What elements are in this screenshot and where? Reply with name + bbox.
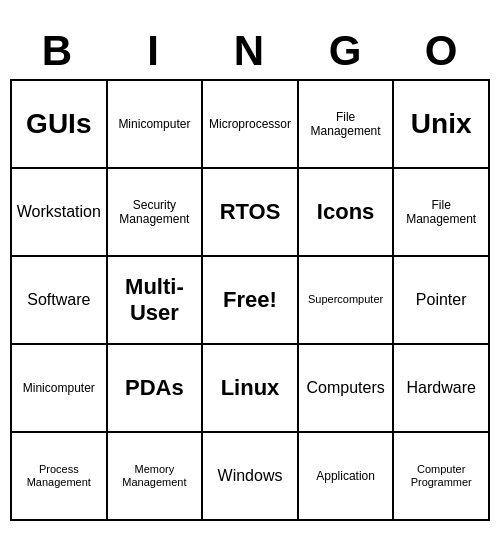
cell-r0-c4: Unix	[394, 81, 490, 169]
cell-label: Process Management	[16, 463, 102, 489]
cell-r0-c2: Microprocessor	[203, 81, 299, 169]
cell-label: Minicomputer	[118, 117, 190, 131]
cell-r0-c3: File Management	[299, 81, 395, 169]
cell-label: Hardware	[407, 378, 476, 397]
cell-r2-c0: Software	[12, 257, 108, 345]
header-letter: I	[106, 23, 202, 79]
cell-label: File Management	[398, 198, 484, 227]
cell-r4-c1: Memory Management	[108, 433, 204, 521]
cell-label: Microprocessor	[209, 117, 291, 131]
cell-r3-c3: Computers	[299, 345, 395, 433]
cell-label: Computer Programmer	[398, 463, 484, 489]
cell-r4-c2: Windows	[203, 433, 299, 521]
cell-label: PDAs	[125, 375, 184, 401]
cell-r3-c2: Linux	[203, 345, 299, 433]
cell-label: Windows	[218, 466, 283, 485]
cell-r1-c1: Security Management	[108, 169, 204, 257]
cell-r1-c4: File Management	[394, 169, 490, 257]
cell-r2-c3: Supercomputer	[299, 257, 395, 345]
cell-label: Multi-User	[125, 274, 184, 327]
cell-label: Memory Management	[112, 463, 198, 489]
cell-r3-c0: Minicomputer	[12, 345, 108, 433]
cell-label: Free!	[223, 287, 277, 313]
cell-r4-c4: Computer Programmer	[394, 433, 490, 521]
header-letter: G	[298, 23, 394, 79]
cell-r1-c0: Workstation	[12, 169, 108, 257]
cell-r4-c0: Process Management	[12, 433, 108, 521]
cell-label: Computers	[306, 378, 384, 397]
cell-r1-c3: Icons	[299, 169, 395, 257]
bingo-card: BINGO GUIsMinicomputerMicroprocessorFile…	[10, 23, 490, 521]
cell-label: Pointer	[416, 290, 467, 309]
cell-r3-c1: PDAs	[108, 345, 204, 433]
cell-label: File Management	[303, 110, 389, 139]
cell-r0-c1: Minicomputer	[108, 81, 204, 169]
bingo-grid: GUIsMinicomputerMicroprocessorFile Manag…	[10, 79, 490, 521]
cell-label: GUIs	[26, 107, 91, 141]
cell-label: Icons	[317, 199, 374, 225]
cell-label: Minicomputer	[23, 381, 95, 395]
cell-r2-c4: Pointer	[394, 257, 490, 345]
cell-r0-c0: GUIs	[12, 81, 108, 169]
cell-label: Unix	[411, 107, 472, 141]
cell-label: Software	[27, 290, 90, 309]
header-letter: B	[10, 23, 106, 79]
bingo-header: BINGO	[10, 23, 490, 79]
cell-label: Linux	[221, 375, 280, 401]
cell-label: Supercomputer	[308, 293, 383, 306]
cell-label: Security Management	[112, 198, 198, 227]
cell-r4-c3: Application	[299, 433, 395, 521]
cell-label: RTOS	[220, 199, 281, 225]
cell-r1-c2: RTOS	[203, 169, 299, 257]
cell-r2-c2: Free!	[203, 257, 299, 345]
cell-r3-c4: Hardware	[394, 345, 490, 433]
cell-label: Application	[316, 469, 375, 483]
cell-r2-c1: Multi-User	[108, 257, 204, 345]
header-letter: N	[202, 23, 298, 79]
cell-label: Workstation	[17, 202, 101, 221]
header-letter: O	[394, 23, 490, 79]
